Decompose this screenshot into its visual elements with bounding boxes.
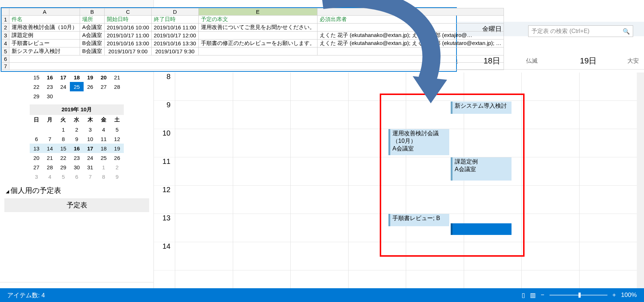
col-E[interactable]: E: [198, 8, 317, 16]
event-meeting[interactable]: 運用改善検討会議（10月） A会議室: [388, 129, 449, 155]
time-column: 891011121314: [154, 73, 175, 270]
col-B[interactable]: B: [80, 8, 105, 16]
day-column-7[interactable]: [579, 73, 637, 288]
day-column-6[interactable]: [521, 73, 579, 288]
minical-september[interactable]: 15161718192021222324252627282930: [30, 73, 124, 101]
view-normal-icon[interactable]: ▯: [522, 291, 525, 299]
search-placeholder: 予定表 の検索 (Ctrl+E): [531, 28, 589, 35]
annotation-arrow: [304, 0, 456, 109]
calendar-search[interactable]: 予定表 の検索 (Ctrl+E) 🔍: [528, 25, 633, 37]
col-D[interactable]: D: [151, 8, 198, 16]
search-icon: 🔍: [623, 28, 630, 35]
event-review[interactable]: 手順書レビュー; B: [388, 214, 449, 226]
event-newsystem[interactable]: 新システム導入検討: [451, 102, 512, 114]
zoom-value: 100%: [621, 291, 637, 299]
my-calendars-header[interactable]: ◢個人用の予定表: [4, 181, 149, 197]
calendar-item-main[interactable]: 予定表: [4, 198, 149, 212]
day-column-0[interactable]: [175, 73, 233, 288]
status-bar: アイテム数: 4 ▯ ▥ − + 100%: [0, 288, 644, 302]
status-item-count: アイテム数: 4: [7, 291, 45, 299]
vertical-scrollbar[interactable]: [637, 73, 644, 288]
minical-october[interactable]: 2019年 10月 日月火水木金土12345678910111213141516…: [30, 104, 124, 181]
day-num-sat[interactable]: 19日 大安: [543, 53, 644, 70]
zoom-in[interactable]: +: [613, 291, 616, 299]
col-C[interactable]: C: [105, 8, 152, 16]
event-selected-slot[interactable]: [451, 223, 512, 235]
collapse-icon: ◢: [6, 189, 9, 194]
day-column-1[interactable]: [233, 73, 291, 288]
zoom-out[interactable]: −: [541, 291, 544, 299]
event-kadai[interactable]: 課題定例 A会議室: [451, 157, 512, 181]
col-A[interactable]: A: [9, 8, 80, 16]
zoom-slider[interactable]: [550, 295, 607, 295]
svg-marker-0: [413, 76, 447, 103]
view-reading-icon[interactable]: ▥: [530, 291, 536, 299]
